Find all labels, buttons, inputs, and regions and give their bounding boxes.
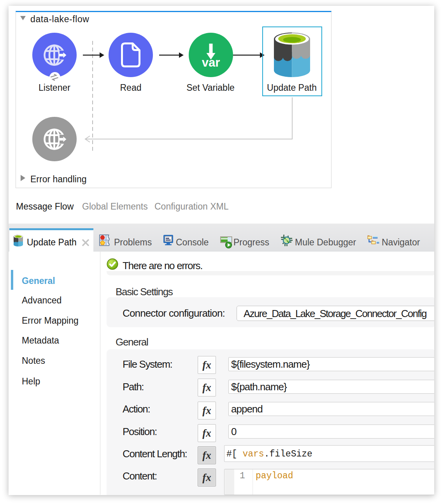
svg-text:var: var (202, 56, 220, 69)
